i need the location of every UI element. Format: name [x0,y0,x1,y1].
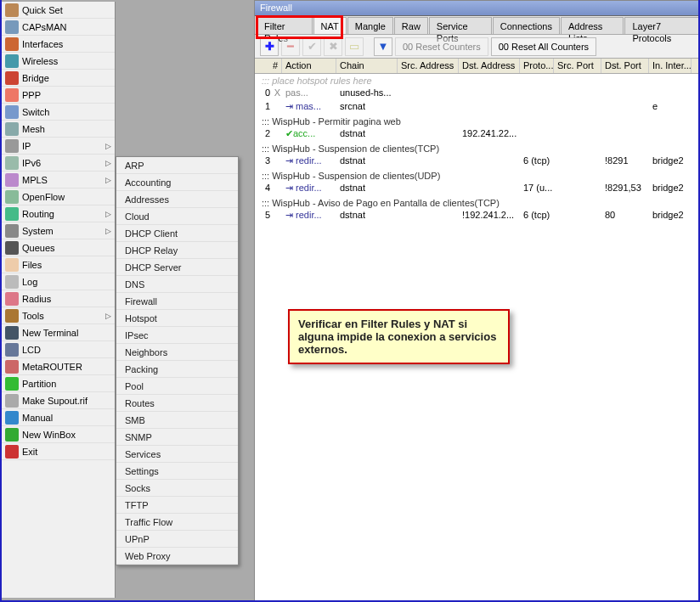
menu-icon [5,241,19,255]
submenu-item-accounting[interactable]: Accounting [116,174,238,191]
sidebar-item-label: Files [22,256,42,273]
sidebar-item-make-supout-rif[interactable]: Make Supout.rif [2,392,115,409]
table-row[interactable]: 3⇥ redir...dstnat6 (tcp)!8291bridge2 [255,155,700,169]
sidebar-item-mesh[interactable]: Mesh [2,121,115,138]
sidebar-item-capsman[interactable]: CAPsMAN [2,19,115,36]
tab-service-ports[interactable]: Service Ports [429,17,492,34]
column-header[interactable]: Src. Port [554,59,601,73]
tab-connections[interactable]: Connections [493,17,560,34]
submenu-item-web-proxy[interactable]: Web Proxy [116,548,238,565]
sidebar-item-new-winbox[interactable]: New WinBox [2,426,115,443]
sidebar-item-routing[interactable]: Routing▷ [2,205,115,222]
sidebar-item-radius[interactable]: Radius [2,290,115,307]
submenu-item-neighbors[interactable]: Neighbors [116,344,238,361]
column-header[interactable]: Action [282,59,336,73]
submenu-item-smb[interactable]: SMB [116,412,238,429]
sidebar-item-ip[interactable]: IP▷ [2,138,115,155]
column-header[interactable]: Dst. Address [459,59,520,73]
submenu-item-pool[interactable]: Pool [116,378,238,395]
table-row[interactable]: 2✔acc...dstnat192.241.22... [255,128,700,142]
submenu-item-arp[interactable]: ARP [116,157,238,174]
cell-sport [554,155,601,169]
sidebar-item-wireless[interactable]: Wireless [2,53,115,70]
comment-button[interactable]: ▭ [345,37,364,56]
reset-counters-button[interactable]: 00 Reset Counters [395,37,488,56]
submenu-item-tftp[interactable]: TFTP [116,497,238,514]
menu-icon [5,156,19,170]
sidebar-item-metarouter[interactable]: MetaROUTER [2,358,115,375]
submenu-item-dns[interactable]: DNS [116,276,238,293]
submenu-arrow-icon: ▷ [105,138,111,155]
sidebar-item-log[interactable]: Log [2,273,115,290]
submenu-item-cloud[interactable]: Cloud [116,208,238,225]
sidebar-item-queues[interactable]: Queues [2,239,115,256]
sidebar-item-switch[interactable]: Switch [2,104,115,121]
menu-icon [5,207,19,221]
sidebar-item-lcd[interactable]: LCD [2,341,115,358]
tab-raw[interactable]: Raw [394,17,428,34]
submenu-item-hotspot[interactable]: Hotspot [116,310,238,327]
table-row[interactable]: 0Xpas...unused-hs... [255,87,700,101]
column-header[interactable]: Proto... [520,59,554,73]
sidebar-item-ppp[interactable]: PPP [2,87,115,104]
cell-num: 3 [255,155,282,169]
sidebar-item-label: PPP [22,87,41,104]
table-row[interactable]: 4⇥ redir...dstnat17 (u...!8291,53bridge2 [255,183,700,196]
submenu-item-dhcp-client[interactable]: DHCP Client [116,225,238,242]
sidebar-item-files[interactable]: Files [2,256,115,273]
sidebar-item-exit[interactable]: Exit [2,443,115,460]
enable-button[interactable]: ✔ [302,37,321,56]
cell-chain: dstnat [336,128,398,142]
disable-button[interactable]: ✖ [324,37,342,56]
remove-button[interactable]: ━ [281,37,300,56]
tab-layer7-protocols[interactable]: Layer7 Protocols [624,17,700,34]
sidebar-item-interfaces[interactable]: Interfaces [2,36,115,53]
sidebar-item-openflow[interactable]: OpenFlow [2,188,115,205]
sidebar-item-new-terminal[interactable]: New Terminal [2,324,115,341]
tab-address-lists[interactable]: Address Lists [561,17,624,34]
column-header[interactable]: Src. Address [398,59,459,73]
column-header[interactable]: # [255,59,282,73]
submenu-item-traffic-flow[interactable]: Traffic Flow [116,514,238,531]
tab-filter-rules[interactable]: Filter Rules [257,17,313,34]
submenu-arrow-icon: ▷ [105,205,111,222]
window-title: Firewall [255,1,700,16]
sidebar-item-bridge[interactable]: Bridge [2,70,115,87]
filter-button[interactable]: ▼ [374,37,392,56]
sidebar-item-label: Manual [22,409,53,426]
submenu-item-packing[interactable]: Packing [116,361,238,378]
column-header[interactable]: Dst. Port [601,59,649,73]
column-header[interactable]: Chain [336,59,398,73]
sidebar-item-partition[interactable]: Partition [2,375,115,392]
submenu-item-snmp[interactable]: SNMP [116,429,238,446]
sidebar-item-manual[interactable]: Manual [2,409,115,426]
reset-all-counters-button[interactable]: 00 Reset All Counters [491,37,596,56]
sidebar-item-quick-set[interactable]: Quick Set [2,2,115,19]
sidebar-item-label: Wireless [22,53,58,70]
sidebar-item-tools[interactable]: Tools▷ [2,307,115,324]
submenu-item-upnp[interactable]: UPnP [116,531,238,548]
submenu-item-socks[interactable]: Socks [116,480,238,497]
sidebar-item-ipv6[interactable]: IPv6▷ [2,155,115,172]
cell-dst [459,155,520,169]
column-header[interactable]: In. Inter... [649,59,692,73]
sidebar-item-label: LCD [22,341,41,358]
add-button[interactable]: ✚ [260,37,279,56]
tab-mangle[interactable]: Mangle [347,17,393,34]
table-row[interactable]: 1⇥ mas...srcnate [255,101,700,115]
submenu-item-dhcp-server[interactable]: DHCP Server [116,259,238,276]
cell-proto [520,128,554,142]
submenu-item-dhcp-relay[interactable]: DHCP Relay [116,242,238,259]
sidebar: Quick SetCAPsMANInterfacesWirelessBridge… [2,2,116,598]
tab-nat[interactable]: NAT [313,17,347,34]
submenu-item-settings[interactable]: Settings [116,463,238,480]
table-row[interactable]: 5⇥ redir...dstnat!192.241.2...6 (tcp)80b… [255,210,700,223]
submenu-item-addresses[interactable]: Addresses [116,191,238,208]
submenu-item-routes[interactable]: Routes [116,395,238,412]
sidebar-item-system[interactable]: System▷ [2,222,115,239]
submenu-item-services[interactable]: Services [116,446,238,463]
submenu-item-ipsec[interactable]: IPsec [116,327,238,344]
cell-dport: 80 [601,210,649,223]
sidebar-item-mpls[interactable]: MPLS▷ [2,172,115,188]
submenu-item-firewall[interactable]: Firewall [116,293,238,310]
